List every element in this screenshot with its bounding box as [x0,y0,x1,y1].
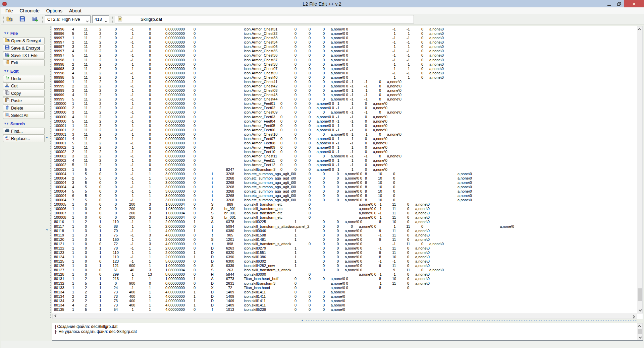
grid-row[interactable]: 9999721120-100.000000000icon.Armor_Chest… [54,40,637,45]
grid-row[interactable]: 80123131110-112.000000001D6320icon.skill… [54,251,637,255]
log-vscrollbar[interactable] [637,323,643,340]
grid-row[interactable]: 80131121213-111.000000001A6773Titan_icon… [54,277,637,281]
sidebar-item-delete[interactable]: Delete [3,105,45,112]
grid-row[interactable]: 1000042500-113.000000000i3268icon.etc_su… [54,176,637,181]
grid-row[interactable]: 1000041500-113.000000000i3268icon.etc_su… [54,172,637,176]
grid-row[interactable]: 9999841120-100.000000000icon.Armor_Chest… [54,71,637,75]
panel-splitter[interactable]: ▲ [52,319,643,323]
grid-row[interactable]: 100006100020031.080000040Sbr_001icon.ski… [54,207,637,211]
splitter-collapse-icon[interactable]: ◂ [46,228,48,231]
grid-row[interactable]: 801341217340014.000000001D1409icon.skill… [54,290,637,294]
grid-row[interactable]: 100005100020031.080000040S889icon.skill_… [54,202,637,207]
grid-row[interactable]: 8012613112160011.000000000S6339icon.skil… [54,264,637,268]
toolbar-grip[interactable] [3,16,4,23]
save-encrypt-button[interactable] [18,15,26,23]
grid-row[interactable]: 9999921120-100.000000000icon.Armor_Chest… [54,84,637,88]
grid-row[interactable]: 8011710088-112.000000000t5094icon.skill_… [54,224,637,229]
close-button[interactable]: × [624,0,644,7]
grid-row[interactable]: 10000131120-100.000000000icon.Armor_Ches… [54,132,637,137]
grid-row[interactable]: 8012210178-112.000000000D6263icon.skill0… [54,246,637,251]
sidebar-item-undo[interactable]: Undo [3,75,45,82]
log-vscroll-thumb[interactable] [638,329,642,334]
grid-row[interactable]: 9999751120-100.000000000icon.Armor_Chest… [54,53,637,58]
scroll-down-button[interactable] [637,308,642,313]
grid-row[interactable]: 10000251120-100.000000000icon.Armor_Feet… [54,163,637,167]
save-txt-button[interactable] [31,15,39,23]
grid-row[interactable]: 9999811120-100.000000000icon.Armor_Chest… [54,58,637,62]
scroll-right-button[interactable] [631,314,636,319]
grid-row[interactable]: 80128100299-1138.000000000H5844icon.skil… [54,272,637,277]
sidebar-item-save-txt-file[interactable]: Save TXT File [3,52,45,59]
grid-hscrollbar[interactable] [52,314,637,319]
grid-row[interactable]: 9999941120-100.000000000icon.Armor_Chest… [54,93,637,97]
sidebar-item-exit[interactable]: Exit [3,59,45,66]
sidebar-section-search[interactable]: ▼▼Search [4,120,46,127]
grid-row[interactable]: 8011913175-134.000000000t905icon.skill15… [54,233,637,237]
grid-row[interactable]: 80120101150-112.000000000S1201icon.skill… [54,237,637,242]
grid-row[interactable]: 10000031120-100.000000000icon.Armor_Ches… [54,110,637,115]
menu-item-options[interactable]: Options [43,7,66,14]
id-select[interactable]: 413 [92,15,109,23]
grid-row[interactable]: 80127100614031.080000040S263icon.skill_t… [54,268,637,272]
grid-row[interactable]: 8012110072-134.000000000t898icon.skill_t… [54,242,637,246]
grid-row[interactable]: 801343217340014.000000001D1409icon.skill… [54,299,637,303]
grid-row[interactable]: 1000047500-113.000000000i3268icon.etc_su… [54,198,637,202]
sidebar-splitter[interactable] [49,26,51,319]
grid-row[interactable]: 8011813170-114.000000001f6380icon.skill0… [54,229,637,233]
grid-row[interactable]: 9999831120-100.000000000icon.Armor_Chest… [54,67,637,71]
sidebar-item-cut[interactable]: Cut [3,82,45,89]
grid-row[interactable]: 10000141120-100.000000000icon.Armor_Feet… [54,137,637,141]
grid-vscrollbar[interactable] [637,26,643,314]
grid-row[interactable]: 10000151120-100.000000000icon.Armor_Feet… [54,141,637,145]
grid-vscroll-thumb[interactable] [638,288,642,301]
sidebar-section-file[interactable]: ▼▼File [4,30,46,37]
scroll-up-button[interactable] [637,27,642,32]
grid-row[interactable]: 9999741120-100.000000000icon.Armor_Chest… [54,49,637,53]
log-panel[interactable]: | Создание файла: decSkillgrp.dat|- Не у… [52,323,643,341]
grid-row[interactable]: 1000045500-113.000000000i3268icon.etc_su… [54,189,637,194]
scroll-up-button[interactable] [637,324,642,329]
sidebar-item-replace[interactable]: AReplace... [3,135,45,142]
scroll-down-button[interactable] [637,335,642,340]
menu-item-chronicle[interactable]: Chronicle [16,7,43,14]
open-decrypt-button[interactable] [5,15,13,23]
sidebar-item-select-all[interactable]: Select All [3,112,45,119]
title-bar[interactable]: L2 File Edit ++ v.2 × [0,0,644,7]
sidebar-item-paste[interactable]: Paste [3,97,45,104]
grid-row[interactable]: 10000211120-100.000000000icon.Armor_Feet… [54,145,637,150]
chronicle-select[interactable]: CT2.6: High Five [45,15,91,23]
grid-row[interactable]: 8013515154-114.000000000f1013icon.skill5… [54,307,637,312]
grid-row[interactable]: 1000043500-113.000000000i3268icon.etc_su… [54,181,637,185]
toolbar-grip[interactable] [112,16,113,23]
grid-row[interactable]: 9999711120-100.000000000icon.Armor_Chest… [54,36,637,40]
grid-row[interactable]: 80124101110-112.000000001D6390icon.skill… [54,255,637,259]
sidebar-item-find[interactable]: Find... [3,128,45,135]
grid-row[interactable]: 80116121110-112.000000001A6378icon.skill… [54,220,637,224]
grid-row[interactable]: 10000011120-100.000000000icon.Armor_Feet… [54,101,637,106]
grid-row[interactable]: 9999731120-100.000000000icon.Armor_Chest… [54,45,637,49]
grid-row[interactable]: 10000041120-100.000000000icon.Armor_Feet… [54,115,637,119]
sidebar-item-copy[interactable]: Copy [3,90,45,97]
menu-item-file[interactable]: File [2,7,16,14]
scroll-left-button[interactable] [53,314,58,319]
sidebar-item-open-decrypt[interactable]: Open & Decrypt [3,37,45,44]
sidebar-item-save-encrypt[interactable]: Save & Encrypt [3,45,45,52]
grid-row[interactable]: 10000231120-100.000000000icon.Armor_Ches… [54,154,637,158]
grid-row[interactable]: 8013312124-110.000000000X72Titan_icon.ho… [54,286,637,290]
grid-row[interactable]: 9999911120-100.000000000icon.Armor_Chest… [54,80,637,84]
menu-item-about[interactable]: About [66,7,85,14]
grid-row[interactable]: 10000241120-100.000000000icon.Armor_Feet… [54,158,637,163]
grid-row[interactable]: 9999651120-100.000000000icon.Armor_Chest… [54,31,637,36]
grid-row[interactable]: 9999821120-100.000000000icon.Armor_Chest… [54,62,637,67]
grid-row[interactable]: 10000111120-100.000000000icon.Armor_Feet… [54,124,637,128]
splitter-collapse-icon[interactable]: ◂ [46,136,48,139]
grid-row[interactable]: 9999951120-100.000000000icon.Armor_Chest… [54,97,637,101]
grid-row[interactable]: 1000046500-113.000000000i3268icon.etc_su… [54,194,637,198]
grid-row[interactable]: 1000044500-113.000000000i3268icon.etc_su… [54,185,637,189]
grid-row[interactable]: 801342217340014.000000001D1409icon.skill… [54,294,637,299]
grid-row[interactable]: 10000121120-100.000000000icon.Armor_Feet… [54,128,637,132]
sidebar-section-edit[interactable]: ▼▼Edit [4,68,46,74]
restore-button[interactable] [614,0,624,7]
grid-row[interactable]: 100008100020031.080000040Sbr_001icon.ski… [54,215,637,220]
toolbar-grip[interactable] [42,16,43,23]
